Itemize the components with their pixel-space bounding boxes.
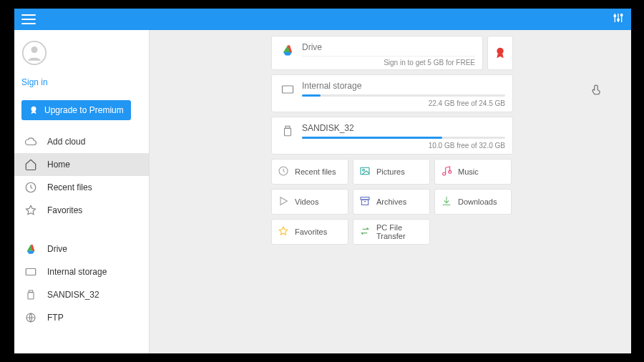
svg-point-1: [614, 15, 616, 17]
tile-pc-transfer[interactable]: PC File Transfer: [353, 219, 430, 245]
nav-primary: Add cloud Home Recent files Favorites: [14, 130, 149, 222]
avatar[interactable]: [14, 30, 149, 69]
storage-card-internal[interactable]: Internal storage 22.4 GB free of 24.5 GB: [271, 74, 513, 112]
drive-logo-icon: [24, 243, 37, 255]
sidebar-item-label: Favorites: [47, 205, 82, 215]
storage-card-sandisk[interactable]: SANDISK_32 10.0 GB free of 32.0 GB: [271, 117, 513, 155]
play-icon: [278, 195, 289, 208]
svg-rect-13: [26, 269, 36, 275]
sidebar-item-label: SANDISK_32: [47, 290, 99, 300]
promo-badge[interactable]: [487, 36, 513, 70]
globe-icon: [24, 311, 37, 324]
svg-rect-15: [28, 293, 34, 299]
storage-sub: Sign in to get 5 GB for FREE: [302, 59, 475, 67]
sidebar-item-label: Drive: [47, 244, 67, 254]
tile-label: Downloads: [458, 197, 497, 206]
music-icon: [441, 165, 452, 178]
sidebar-item-label: FTP: [47, 313, 64, 323]
usb-icon: [279, 124, 296, 137]
storage-card-drive[interactable]: Drive Sign in to get 5 GB for FREE: [271, 36, 483, 70]
tile-label: Recent files: [295, 167, 336, 176]
star-icon: [278, 225, 289, 238]
svg-marker-18: [283, 52, 292, 56]
tile-label: Favorites: [295, 228, 327, 236]
svg-rect-25: [361, 167, 369, 174]
tile-pictures[interactable]: Pictures: [353, 159, 430, 185]
tile-archives[interactable]: Archives: [353, 189, 430, 215]
progress-bar: [302, 137, 505, 139]
progress-bar: [302, 94, 505, 97]
svg-point-20: [497, 48, 503, 54]
cloud-icon: [24, 135, 37, 148]
download-icon: [441, 195, 452, 208]
storage-sub: 22.4 GB free of 24.5 GB: [302, 99, 505, 107]
usb-icon: [24, 288, 37, 301]
svg-marker-11: [27, 251, 35, 254]
svg-rect-31: [361, 200, 368, 205]
upgrade-premium-button[interactable]: Upgrade to Premium: [21, 100, 131, 120]
storage-title: Internal storage: [302, 81, 505, 91]
sidebar-item-label: Home: [47, 160, 70, 170]
signin-link[interactable]: Sign in: [14, 69, 149, 87]
sidebar-item-ftp[interactable]: FTP: [14, 306, 149, 329]
svg-point-26: [363, 169, 365, 171]
sidebar-item-sandisk[interactable]: SANDISK_32: [14, 283, 149, 306]
tile-label: Videos: [295, 197, 318, 206]
svg-point-27: [443, 172, 446, 175]
sidebar-item-label: Internal storage: [47, 267, 107, 277]
cursor-icon: [590, 83, 602, 99]
svg-point-3: [618, 19, 620, 21]
svg-point-7: [31, 47, 38, 53]
storage-title: Drive: [302, 42, 475, 52]
device-icon: [24, 265, 37, 278]
storage-title: SANDISK_32: [302, 123, 505, 133]
nav-storage: Drive Internal storage SANDISK_32 FTP: [14, 238, 149, 329]
sidebar-item-drive[interactable]: Drive: [14, 238, 149, 260]
storage-sub: 10.0 GB free of 32.0 GB: [302, 142, 505, 150]
sidebar-item-label: Recent files: [47, 182, 92, 192]
svg-point-8: [31, 107, 36, 112]
menu-icon[interactable]: [21, 14, 36, 24]
drive-logo-icon: [279, 44, 296, 57]
image-icon: [359, 165, 371, 178]
tile-label: Pictures: [376, 167, 405, 176]
svg-point-5: [620, 14, 623, 16]
sidebar-item-recent[interactable]: Recent files: [14, 176, 149, 199]
tile-music[interactable]: Music: [434, 159, 512, 185]
topbar: [14, 9, 631, 30]
tile-label: Music: [458, 167, 479, 176]
transfer-icon: [359, 225, 371, 238]
tile-label: PC File Transfer: [376, 223, 424, 240]
clock-icon: [278, 165, 289, 178]
home-icon: [24, 158, 37, 171]
tile-downloads[interactable]: Downloads: [434, 189, 512, 215]
sidebar-item-home[interactable]: Home: [14, 153, 149, 176]
star-icon: [24, 204, 37, 217]
tile-favorites[interactable]: Favorites: [271, 219, 348, 245]
sidebar-item-internal[interactable]: Internal storage: [14, 260, 149, 283]
clock-icon: [24, 181, 37, 194]
tile-label: Archives: [376, 197, 406, 206]
svg-rect-21: [283, 86, 293, 93]
svg-marker-29: [280, 197, 287, 205]
settings-sliders-icon[interactable]: [613, 12, 624, 26]
category-tiles: Recent filesPicturesMusicVideosArchivesD…: [271, 159, 513, 245]
svg-rect-23: [285, 128, 291, 136]
sidebar-item-add-cloud[interactable]: Add cloud: [14, 130, 149, 153]
archive-icon: [359, 195, 371, 208]
sidebar-item-label: Add cloud: [47, 137, 85, 147]
sidebar-item-favorites[interactable]: Favorites: [14, 199, 149, 222]
upgrade-premium-label: Upgrade to Premium: [44, 105, 124, 115]
tile-recent[interactable]: Recent files: [271, 159, 348, 185]
device-icon: [279, 82, 296, 97]
badge-icon: [29, 105, 39, 115]
content-area: Drive Sign in to get 5 GB for FREE Inter…: [150, 30, 631, 353]
sidebar: Sign in Upgrade to Premium Add cloud: [14, 30, 150, 353]
tile-videos[interactable]: Videos: [271, 189, 348, 215]
